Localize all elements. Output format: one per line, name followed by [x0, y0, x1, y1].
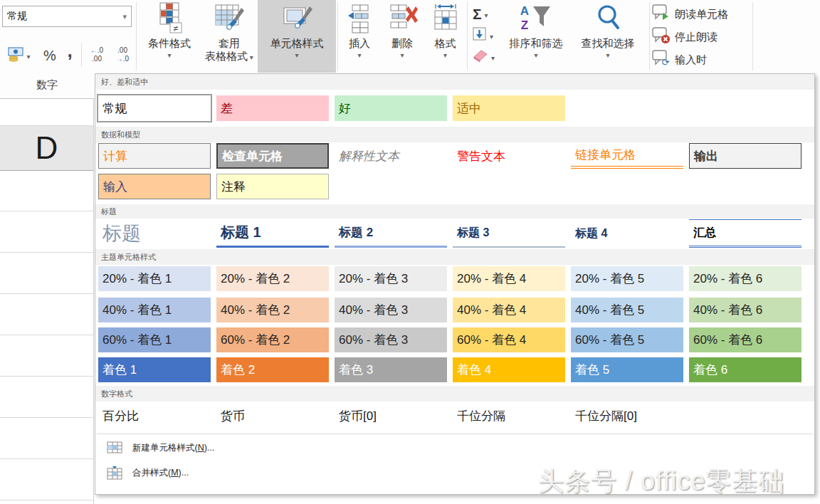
menu-separator — [97, 434, 813, 434]
style-heading-3[interactable]: 标题 3 — [453, 219, 565, 248]
new-cell-style-menu-item[interactable]: 新建单元格样式(N)... — [95, 437, 814, 458]
style-60-accent3[interactable]: 60% - 着色 3 — [335, 327, 447, 352]
button-label: 单元格样式 — [270, 37, 324, 50]
style-warning-text[interactable]: 警告文本 — [453, 143, 565, 169]
style-comma[interactable]: 千位分隔 — [453, 403, 565, 429]
sheet-row[interactable] — [0, 253, 93, 294]
style-heading-1[interactable]: 标题 1 — [216, 219, 329, 248]
button-label: 查找和选择 — [582, 37, 635, 50]
new-cell-style-icon — [107, 441, 122, 454]
style-accent5[interactable]: 着色 5 — [571, 357, 683, 382]
sort-filter-button[interactable]: A Z 排序和筛选 ▾ — [504, 0, 568, 73]
autosum-button[interactable]: Σ ▾ — [470, 4, 504, 24]
style-20-accent1[interactable]: 20% - 着色 1 — [98, 266, 211, 291]
sheet-row[interactable] — [0, 171, 93, 211]
style-60-accent2[interactable]: 60% - 着色 2 — [216, 327, 329, 352]
style-accent2[interactable]: 着色 2 — [216, 357, 329, 382]
svg-text:A: A — [520, 4, 529, 18]
style-good[interactable]: 好 — [335, 95, 447, 121]
style-60-accent5[interactable]: 60% - 着色 5 — [571, 327, 683, 352]
accounting-format-button[interactable]: ▾ — [4, 43, 34, 68]
style-accent1[interactable]: 着色 1 — [98, 357, 211, 382]
style-accent4[interactable]: 着色 4 — [453, 357, 565, 382]
increase-decimal-button[interactable]: ←.0 .00 — [84, 43, 110, 67]
style-accent6[interactable]: 着色 6 — [689, 357, 801, 382]
percent-style-button[interactable]: % — [39, 44, 61, 67]
clear-button[interactable]: ▾ — [470, 47, 504, 67]
excel-window: 常规 ▾ ▾ % , ←.0 .00 .00 →.0 — [0, 0, 820, 504]
svg-text:≠: ≠ — [174, 23, 179, 33]
style-40-accent1[interactable]: 40% - 着色 1 — [98, 298, 211, 322]
sheet-row[interactable] — [0, 336, 93, 377]
style-neutral[interactable]: 适中 — [453, 95, 565, 121]
number-group-label: 数字 — [0, 73, 94, 99]
decrease-decimal-button[interactable]: .00 →.0 — [110, 43, 135, 67]
style-20-accent2[interactable]: 20% - 着色 2 — [216, 266, 329, 291]
separator — [81, 43, 82, 67]
style-title[interactable]: 标题 — [98, 219, 211, 248]
style-bad[interactable]: 差 — [216, 95, 329, 121]
delete-cells-button[interactable]: 删除 ▾ — [382, 0, 423, 73]
group-separator — [467, 2, 468, 70]
button-label: 删除 — [391, 37, 413, 50]
right-arrow-icon: → — [116, 55, 123, 63]
left-arrow-icon: ← — [90, 46, 98, 54]
style-explanatory-text[interactable]: 解释性文本 — [335, 143, 447, 169]
sheet-row[interactable] — [0, 295, 93, 335]
button-label: 停止朗读 — [675, 31, 718, 43]
style-20-accent3[interactable]: 20% - 着色 3 — [335, 266, 447, 291]
stop-speaking-button[interactable]: 停止朗读 — [652, 27, 718, 47]
sheet-row[interactable] — [0, 99, 93, 126]
section-good-bad-neutral: 好、差和适中 — [95, 74, 814, 90]
button-label: 格式 — [435, 37, 456, 50]
style-input[interactable]: 输入 — [98, 174, 211, 199]
sheet-row[interactable] — [0, 377, 93, 418]
format-as-table-button[interactable]: 套用 表格格式 ▾ — [202, 0, 256, 73]
insert-cells-button[interactable]: 插入 ▾ — [340, 0, 379, 73]
menu-item-label: 合并样式(M)... — [132, 467, 189, 479]
style-accent3[interactable]: 着色 3 — [335, 357, 447, 382]
style-60-accent1[interactable]: 60% - 着色 1 — [98, 327, 211, 352]
speak-on-enter-button[interactable]: ⟳ 输入时 — [652, 50, 707, 70]
style-60-accent6[interactable]: 60% - 着色 6 — [689, 327, 801, 352]
gridline — [93, 99, 94, 504]
chevron-down-icon: ▾ — [534, 51, 537, 59]
insert-cells-icon — [345, 0, 374, 37]
menu-item-label: 新建单元格样式(N)... — [132, 442, 214, 454]
style-total[interactable]: 汇总 — [689, 219, 801, 248]
style-40-accent2[interactable]: 40% - 着色 2 — [216, 298, 329, 322]
comma-style-button[interactable]: , — [63, 41, 77, 67]
speak-cells-button[interactable]: 朗读单元格 — [652, 4, 728, 24]
group-separator — [337, 2, 338, 70]
cell-styles-button[interactable]: 单元格样式 ▾ — [258, 0, 336, 73]
style-20-accent5[interactable]: 20% - 着色 5 — [571, 266, 683, 291]
style-currency-0[interactable]: 货币[0] — [335, 403, 447, 429]
style-20-accent4[interactable]: 20% - 着色 4 — [453, 266, 565, 291]
style-40-accent5[interactable]: 40% - 着色 5 — [571, 298, 683, 322]
style-40-accent4[interactable]: 40% - 着色 4 — [453, 298, 565, 322]
style-40-accent6[interactable]: 40% - 着色 6 — [689, 298, 801, 322]
sheet-row[interactable] — [0, 419, 93, 459]
style-note[interactable]: 注释 — [216, 174, 329, 199]
style-output[interactable]: 输出 — [689, 143, 801, 169]
style-check-cell[interactable]: 检查单元格 — [216, 143, 329, 169]
find-select-button[interactable]: 查找和选择 ▾ — [569, 0, 646, 73]
conditional-formatting-button[interactable]: ≠ 条件格式 ▾ — [139, 0, 200, 73]
column-header-d[interactable]: D — [0, 126, 93, 171]
style-40-accent3[interactable]: 40% - 着色 3 — [335, 298, 447, 322]
sheet-row[interactable] — [0, 460, 93, 500]
format-cells-button[interactable]: 格式 ▾ — [425, 0, 466, 73]
style-60-accent4[interactable]: 60% - 着色 4 — [453, 327, 565, 352]
fill-button[interactable]: ▾ — [470, 26, 504, 46]
style-normal[interactable]: 常规 — [97, 94, 212, 122]
style-comma-0[interactable]: 千位分隔[0] — [571, 403, 683, 429]
style-heading-2[interactable]: 标题 2 — [335, 219, 447, 248]
style-percent[interactable]: 百分比 — [98, 403, 211, 429]
sheet-row[interactable] — [0, 212, 93, 253]
style-calculation[interactable]: 计算 — [98, 143, 211, 169]
style-linked-cell[interactable]: 链接单元格 — [571, 143, 683, 169]
style-20-accent6[interactable]: 20% - 着色 6 — [689, 266, 801, 291]
style-heading-4[interactable]: 标题 4 — [571, 219, 683, 248]
style-currency[interactable]: 货币 — [216, 403, 329, 429]
number-format-combo[interactable]: 常规 ▾ — [2, 6, 132, 27]
